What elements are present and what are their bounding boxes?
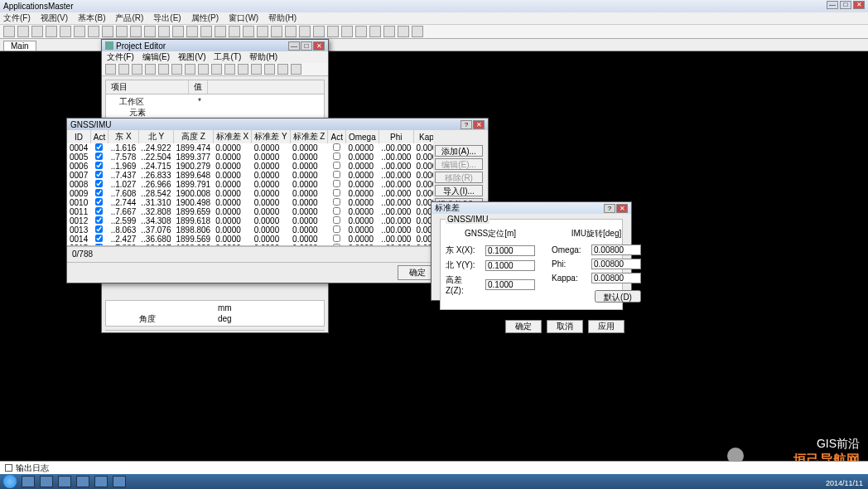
gnss-col-header[interactable]: 标准差 Y	[252, 130, 290, 143]
taskbar[interactable]	[0, 474, 868, 489]
tb-icon[interactable]	[46, 26, 57, 37]
sd-default-button[interactable]: 默认(D)	[595, 290, 641, 303]
gnss-col-header[interactable]: Act	[328, 130, 345, 143]
gnss-act-checkbox[interactable]	[95, 189, 103, 196]
sd-input-ph[interactable]	[591, 259, 641, 269]
pe-menu-help[interactable]: 帮助(H)	[249, 51, 277, 63]
menu-export[interactable]: 导出(E)	[153, 12, 181, 24]
sd-input-hz[interactable]	[485, 279, 535, 290]
gnss-row[interactable]: 0008..1.027..26.9661899.7910.00000.00000…	[67, 180, 433, 189]
menu-basic[interactable]: 基本(B)	[78, 12, 105, 24]
taskbar-word-icon[interactable]	[76, 476, 89, 487]
tb-icon[interactable]	[355, 26, 367, 37]
main-menubar[interactable]: 文件(F) 视图(V) 基本(B) 产品(R) 导出(E) 属性(P) 窗口(W…	[0, 12, 868, 24]
pe-tb-icon[interactable]	[185, 64, 195, 75]
gnss-import-button[interactable]: 导入(I)...	[435, 185, 483, 196]
pe-tb-icon[interactable]	[264, 64, 275, 75]
pe-min-button[interactable]: —	[288, 41, 300, 51]
sd-titlebar[interactable]: 标准差 ? ✕	[432, 202, 631, 214]
tb-icon[interactable]	[412, 26, 423, 37]
sd-apply-button[interactable]: 应用	[588, 320, 624, 333]
pe-tb-icon[interactable]	[211, 64, 222, 75]
tb-icon[interactable]	[398, 26, 409, 37]
gnss-act-checkbox[interactable]	[333, 143, 340, 151]
gnss-col-header[interactable]: 东 X	[108, 130, 139, 143]
tb-icon[interactable]	[158, 26, 170, 37]
tb-icon[interactable]	[313, 26, 325, 37]
menu-view[interactable]: 视图(V)	[41, 12, 68, 24]
pe-menu-file[interactable]: 文件(F)	[107, 51, 134, 63]
tb-icon[interactable]	[215, 26, 226, 37]
gnss-act-checkbox[interactable]	[95, 225, 103, 233]
minimize-button[interactable]: —	[827, 1, 838, 9]
pe-menu-view[interactable]: 视图(V)	[178, 51, 205, 63]
tb-icon[interactable]	[327, 26, 339, 37]
gnss-col-header[interactable]: Act	[90, 130, 108, 143]
pe-tb-icon[interactable]	[132, 64, 142, 75]
gnss-act-checkbox[interactable]	[333, 180, 340, 187]
taskbar-ie-icon[interactable]	[40, 476, 53, 487]
tb-icon[interactable]	[271, 26, 282, 37]
menu-window[interactable]: 窗口(W)	[229, 12, 258, 24]
gnss-titlebar[interactable]: GNSS/IMU ? ✕	[67, 119, 488, 130]
tb-icon[interactable]	[60, 26, 71, 37]
gnss-col-header[interactable]: Kappa	[413, 130, 433, 143]
pe-tb-icon[interactable]	[224, 64, 235, 75]
sd-input-ex[interactable]	[485, 245, 535, 256]
gnss-act-checkbox[interactable]	[95, 153, 103, 160]
tb-icon[interactable]	[383, 26, 395, 37]
sd-input-om[interactable]	[591, 244, 641, 255]
gnss-row[interactable]: 0011..7.667..32.8081899.6590.00000.00000…	[67, 207, 433, 216]
gnss-act-checkbox[interactable]	[95, 171, 103, 178]
sd-ok-button[interactable]: 确定	[505, 320, 542, 333]
pe-titlebar[interactable]: Project Editor — □ ✕	[102, 40, 328, 51]
tree-workspace[interactable]: 工作区	[119, 96, 198, 107]
tb-icon[interactable]	[200, 26, 212, 37]
gnss-act-checkbox[interactable]	[333, 189, 340, 196]
gnss-act-checkbox[interactable]	[333, 207, 340, 215]
tb-icon[interactable]	[144, 26, 156, 37]
pe-close-button[interactable]: ✕	[313, 41, 325, 51]
gnss-col-header[interactable]: Omega	[345, 130, 379, 143]
sd-close-button[interactable]: ✕	[616, 204, 628, 213]
gnss-row[interactable]: 0004..1.616..24.9221899.4740.00000.00000…	[67, 143, 433, 153]
menu-file[interactable]: 文件(F)	[3, 12, 31, 24]
pe-tb-icon[interactable]	[145, 64, 156, 75]
gnss-act-checkbox[interactable]	[95, 216, 103, 224]
gnss-act-checkbox[interactable]	[95, 198, 103, 206]
sd-help-button[interactable]: ?	[604, 204, 615, 213]
gnss-col-header[interactable]: 北 Y	[138, 130, 173, 143]
gnss-col-header[interactable]: Phi	[379, 130, 413, 143]
tb-icon[interactable]	[116, 26, 128, 37]
sd-cancel-button[interactable]: 取消	[547, 320, 583, 333]
gnss-close-button[interactable]: ✕	[473, 120, 485, 129]
gnss-act-checkbox[interactable]	[333, 171, 340, 178]
gnss-act-checkbox[interactable]	[333, 162, 340, 169]
pe-max-button[interactable]: □	[301, 41, 312, 51]
gnss-row[interactable]: 0006..1.969..24.7151900.2790.00000.00000…	[67, 162, 433, 171]
pe-tb-icon[interactable]	[291, 64, 301, 75]
gnss-act-checkbox[interactable]	[333, 235, 340, 242]
menu-product[interactable]: 产品(R)	[115, 12, 143, 24]
gnss-act-checkbox[interactable]	[95, 162, 103, 169]
pe-tb-icon[interactable]	[198, 64, 209, 75]
gnss-col-header[interactable]: 标准差 X	[213, 130, 251, 143]
taskbar-explorer-icon[interactable]	[58, 476, 71, 487]
pe-tb-icon[interactable]	[118, 64, 129, 75]
gnss-act-checkbox[interactable]	[95, 235, 103, 242]
pe-tb-icon[interactable]	[238, 64, 248, 75]
gnss-row[interactable]: 0007..7.437..26.8331899.6480.00000.00000…	[67, 171, 433, 180]
tb-icon[interactable]	[172, 26, 184, 37]
gnss-edit-button[interactable]: 编辑(E)...	[435, 158, 483, 170]
tree-elements[interactable]: 元素	[129, 107, 208, 118]
pe-tb-icon[interactable]	[251, 64, 262, 75]
tb-icon[interactable]	[3, 26, 15, 37]
tb-icon[interactable]	[186, 26, 198, 37]
tb-icon[interactable]	[31, 26, 43, 37]
pe-tb-icon[interactable]	[171, 64, 182, 75]
maximize-button[interactable]: □	[840, 1, 851, 9]
gnss-row[interactable]: 0014..2.427..36.6801899.5690.00000.00000…	[67, 235, 433, 244]
pe-tb-icon[interactable]	[277, 64, 288, 75]
gnss-act-checkbox[interactable]	[333, 225, 340, 233]
tb-icon[interactable]	[299, 26, 311, 37]
